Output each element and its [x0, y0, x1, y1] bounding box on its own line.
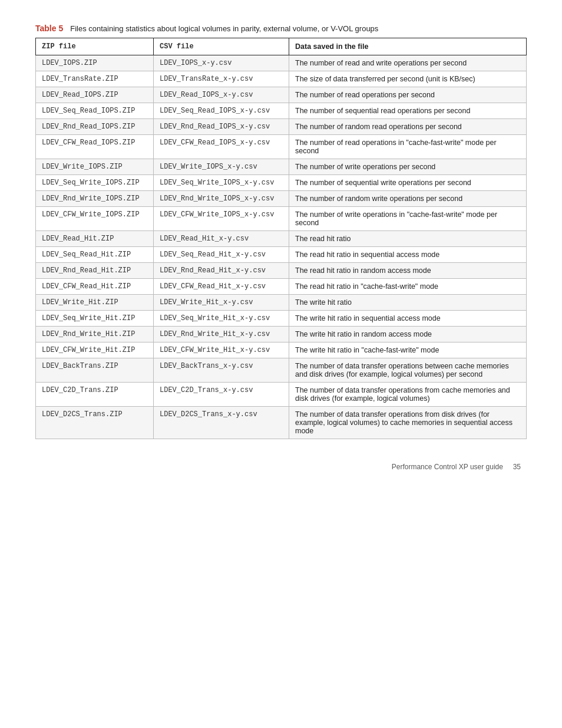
table-row: LDEV_Rnd_Read_IOPS.ZIPLDEV_Rnd_Read_IOPS…: [36, 119, 527, 135]
cell-zip: LDEV_Seq_Read_IOPS.ZIP: [36, 103, 154, 119]
cell-csv: LDEV_CFW_Read_Hit_x-y.csv: [154, 279, 289, 295]
cell-csv: LDEV_Rnd_Write_IOPS_x-y.csv: [154, 191, 289, 207]
table-row: LDEV_Read_Hit.ZIPLDEV_Read_Hit_x-y.csvTh…: [36, 231, 527, 247]
cell-zip: LDEV_CFW_Write_IOPS.ZIP: [36, 207, 154, 231]
cell-desc: The read hit ratio in random access mode: [289, 263, 527, 279]
table-row: LDEV_CFW_Read_Hit.ZIPLDEV_CFW_Read_Hit_x…: [36, 279, 527, 295]
cell-csv: LDEV_C2D_Trans_x-y.csv: [154, 383, 289, 407]
cell-desc: The number of random write operations pe…: [289, 191, 527, 207]
table-caption-text: Files containing statistics about logica…: [70, 24, 378, 33]
header-desc: Data saved in the file: [289, 38, 527, 55]
table-row: LDEV_Seq_Read_IOPS.ZIPLDEV_Seq_Read_IOPS…: [36, 103, 527, 119]
cell-csv: LDEV_TransRate_x-y.csv: [154, 71, 289, 87]
cell-csv: LDEV_CFW_Write_IOPS_x-y.csv: [154, 207, 289, 231]
cell-zip: LDEV_BackTrans.ZIP: [36, 358, 154, 383]
cell-zip: LDEV_Rnd_Read_IOPS.ZIP: [36, 119, 154, 135]
table-row: LDEV_Seq_Write_IOPS.ZIPLDEV_Seq_Write_IO…: [36, 175, 527, 191]
header-zip: ZIP file: [36, 38, 154, 55]
table-row: LDEV_CFW_Write_IOPS.ZIPLDEV_CFW_Write_IO…: [36, 207, 527, 231]
cell-csv: LDEV_D2CS_Trans_x-y.csv: [154, 407, 289, 439]
cell-zip: LDEV_Rnd_Read_Hit.ZIP: [36, 263, 154, 279]
table-row: LDEV_TransRate.ZIPLDEV_TransRate_x-y.csv…: [36, 71, 527, 87]
table-row: LDEV_Rnd_Write_IOPS.ZIPLDEV_Rnd_Write_IO…: [36, 191, 527, 207]
cell-zip: LDEV_Rnd_Write_Hit.ZIP: [36, 327, 154, 342]
cell-desc: The number of sequential write operation…: [289, 175, 527, 191]
header-csv: CSV file: [154, 38, 289, 55]
cell-zip: LDEV_CFW_Read_Hit.ZIP: [36, 279, 154, 295]
cell-zip: LDEV_Seq_Read_Hit.ZIP: [36, 247, 154, 263]
cell-desc: The write hit ratio in sequential access…: [289, 311, 527, 327]
cell-csv: LDEV_Rnd_Read_IOPS_x-y.csv: [154, 119, 289, 135]
cell-desc: The write hit ratio in "cache-fast-write…: [289, 342, 527, 358]
cell-csv: LDEV_Write_IOPS_x-y.csv: [154, 159, 289, 175]
cell-csv: LDEV_Rnd_Write_Hit_x-y.csv: [154, 327, 289, 342]
cell-csv: LDEV_Read_IOPS_x-y.csv: [154, 87, 289, 103]
table-row: LDEV_Write_Hit.ZIPLDEV_Write_Hit_x-y.csv…: [36, 295, 527, 311]
cell-zip: LDEV_Seq_Write_Hit.ZIP: [36, 311, 154, 327]
cell-desc: The number of sequential read operations…: [289, 103, 527, 119]
cell-desc: The read hit ratio in "cache-fast-write"…: [289, 279, 527, 295]
cell-desc: The number of random read operations per…: [289, 119, 527, 135]
cell-csv: LDEV_Seq_Write_Hit_x-y.csv: [154, 311, 289, 327]
table-row: LDEV_Seq_Write_Hit.ZIPLDEV_Seq_Write_Hit…: [36, 311, 527, 327]
cell-zip: LDEV_C2D_Trans.ZIP: [36, 383, 154, 407]
cell-csv: LDEV_BackTrans_x-y.csv: [154, 358, 289, 383]
cell-desc: The number of read and write operations …: [289, 55, 527, 71]
cell-desc: The number of data transfer operations f…: [289, 407, 527, 439]
cell-desc: The number of data transfer operations f…: [289, 383, 527, 407]
footer-page: 35: [513, 463, 521, 471]
table-row: LDEV_Rnd_Read_Hit.ZIPLDEV_Rnd_Read_Hit_x…: [36, 263, 527, 279]
cell-csv: LDEV_IOPS_x-y.csv: [154, 55, 289, 71]
data-table: ZIP file CSV file Data saved in the file…: [35, 38, 527, 439]
footer: Performance Control XP user guide 35: [35, 463, 527, 471]
cell-desc: The number of data transfer operations b…: [289, 358, 527, 383]
cell-desc: The read hit ratio in sequential access …: [289, 247, 527, 263]
cell-csv: LDEV_Write_Hit_x-y.csv: [154, 295, 289, 311]
cell-zip: LDEV_Read_Hit.ZIP: [36, 231, 154, 247]
table-row: LDEV_Seq_Read_Hit.ZIPLDEV_Seq_Read_Hit_x…: [36, 247, 527, 263]
table-label: Table 5: [35, 24, 63, 33]
cell-zip: LDEV_Rnd_Write_IOPS.ZIP: [36, 191, 154, 207]
table-row: LDEV_CFW_Read_IOPS.ZIPLDEV_CFW_Read_IOPS…: [36, 135, 527, 159]
table-row: LDEV_D2CS_Trans.ZIPLDEV_D2CS_Trans_x-y.c…: [36, 407, 527, 439]
cell-csv: LDEV_Seq_Read_IOPS_x-y.csv: [154, 103, 289, 119]
cell-zip: LDEV_CFW_Write_Hit.ZIP: [36, 342, 154, 358]
table-row: LDEV_CFW_Write_Hit.ZIPLDEV_CFW_Write_Hit…: [36, 342, 527, 358]
cell-desc: The number of write operations per secon…: [289, 159, 527, 175]
cell-csv: LDEV_Read_Hit_x-y.csv: [154, 231, 289, 247]
cell-zip: LDEV_Write_Hit.ZIP: [36, 295, 154, 311]
table-caption: Table 5 Files containing statistics abou…: [35, 24, 527, 33]
cell-zip: LDEV_D2CS_Trans.ZIP: [36, 407, 154, 439]
table-row: LDEV_Read_IOPS.ZIPLDEV_Read_IOPS_x-y.csv…: [36, 87, 527, 103]
cell-zip: LDEV_TransRate.ZIP: [36, 71, 154, 87]
cell-desc: The read hit ratio: [289, 231, 527, 247]
cell-csv: LDEV_CFW_Read_IOPS_x-y.csv: [154, 135, 289, 159]
table-row: LDEV_BackTrans.ZIPLDEV_BackTrans_x-y.csv…: [36, 358, 527, 383]
cell-desc: The number of write operations in "cache…: [289, 207, 527, 231]
table-row: LDEV_Write_IOPS.ZIPLDEV_Write_IOPS_x-y.c…: [36, 159, 527, 175]
cell-desc: The write hit ratio: [289, 295, 527, 311]
cell-zip: LDEV_IOPS.ZIP: [36, 55, 154, 71]
cell-csv: LDEV_Seq_Write_IOPS_x-y.csv: [154, 175, 289, 191]
cell-zip: LDEV_Read_IOPS.ZIP: [36, 87, 154, 103]
cell-desc: The number of read operations per second: [289, 87, 527, 103]
table-row: LDEV_C2D_Trans.ZIPLDEV_C2D_Trans_x-y.csv…: [36, 383, 527, 407]
cell-csv: LDEV_Seq_Read_Hit_x-y.csv: [154, 247, 289, 263]
table-row: LDEV_Rnd_Write_Hit.ZIPLDEV_Rnd_Write_Hit…: [36, 327, 527, 342]
cell-csv: LDEV_CFW_Write_Hit_x-y.csv: [154, 342, 289, 358]
cell-csv: LDEV_Rnd_Read_Hit_x-y.csv: [154, 263, 289, 279]
table-header-row: ZIP file CSV file Data saved in the file: [36, 38, 527, 55]
cell-zip: LDEV_Write_IOPS.ZIP: [36, 159, 154, 175]
table-row: LDEV_IOPS.ZIPLDEV_IOPS_x-y.csvThe number…: [36, 55, 527, 71]
cell-zip: LDEV_CFW_Read_IOPS.ZIP: [36, 135, 154, 159]
cell-zip: LDEV_Seq_Write_IOPS.ZIP: [36, 175, 154, 191]
cell-desc: The number of read operations in "cache-…: [289, 135, 527, 159]
cell-desc: The size of data transferred per second …: [289, 71, 527, 87]
footer-text: Performance Control XP user guide: [392, 463, 503, 471]
cell-desc: The write hit ratio in random access mod…: [289, 327, 527, 342]
